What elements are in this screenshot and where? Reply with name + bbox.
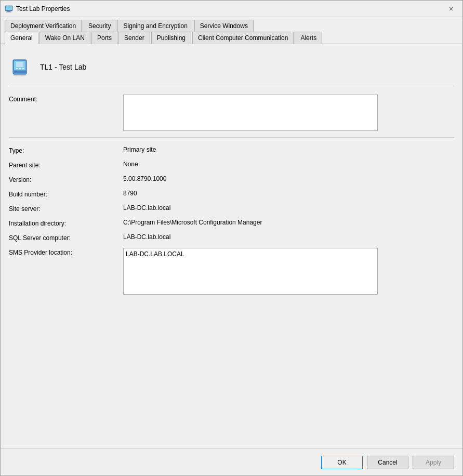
tab-service-windows[interactable]: Service Windows: [194, 20, 254, 32]
sql-server-label: SQL Server computer:: [9, 233, 123, 242]
type-row: Type: Primary site: [9, 146, 454, 154]
site-server-value: LAB-DC.lab.local: [123, 204, 170, 211]
sms-provider-label: SMS Provider location:: [9, 248, 123, 256]
svg-rect-9: [19, 68, 21, 69]
svg-rect-10: [22, 68, 24, 69]
svg-rect-7: [16, 62, 23, 67]
install-dir-value: C:\Program Files\Microsoft Configuration…: [123, 219, 262, 226]
dialog-window: Test Lab Properties × Deployment Verific…: [0, 0, 463, 476]
sql-server-row: SQL Server computer: LAB-DC.lab.local: [9, 233, 454, 242]
tab-content-general: TL1 - Test Lab Comment: Type: Primary si…: [1, 44, 462, 448]
tab-deployment-verification[interactable]: Deployment Verification: [5, 20, 82, 32]
install-dir-label: Installation directory:: [9, 219, 123, 227]
sql-server-value: LAB-DC.lab.local: [123, 233, 170, 241]
tab-signing-encryption[interactable]: Signing and Encryption: [117, 20, 193, 32]
type-value: Primary site: [123, 146, 156, 153]
tabs-row1: Deployment Verification Security Signing…: [1, 17, 462, 31]
parent-site-value: None: [123, 161, 138, 168]
version-row: Version: 5.00.8790.1000: [9, 175, 454, 183]
apply-button[interactable]: Apply: [413, 456, 454, 469]
close-button[interactable]: ×: [444, 3, 458, 15]
window-title: Test Lab Properties: [16, 5, 70, 12]
type-label: Type:: [9, 146, 123, 154]
tab-general[interactable]: General: [5, 32, 38, 44]
tab-ports[interactable]: Ports: [91, 32, 117, 44]
svg-rect-6: [14, 71, 25, 73]
tab-sender[interactable]: Sender: [118, 32, 150, 44]
svg-rect-3: [6, 11, 11, 12]
svg-rect-2: [7, 11, 10, 12]
cancel-button[interactable]: Cancel: [367, 456, 408, 469]
inner-content: TL1 - Test Lab Comment: Type: Primary si…: [1, 44, 462, 448]
svg-rect-1: [6, 6, 12, 10]
comment-label: Comment:: [9, 95, 123, 103]
tab-wake-on-lan[interactable]: Wake On LAN: [39, 32, 90, 44]
svg-point-11: [13, 74, 27, 76]
site-server-row: Site server: LAB-DC.lab.local: [9, 204, 454, 213]
tab-client-computer-communication[interactable]: Client Computer Communication: [192, 32, 294, 44]
install-dir-row: Installation directory: C:\Program Files…: [9, 219, 454, 227]
version-label: Version:: [9, 175, 123, 183]
title-bar-left: Test Lab Properties: [5, 5, 70, 13]
version-value: 5.00.8790.1000: [123, 175, 166, 182]
comment-row: Comment:: [9, 95, 454, 131]
svg-rect-8: [16, 68, 18, 69]
title-bar: Test Lab Properties ×: [1, 1, 462, 17]
footer: OK Cancel Apply: [1, 448, 462, 475]
parent-site-row: Parent site: None: [9, 161, 454, 169]
divider: [9, 137, 454, 138]
build-number-row: Build number: 8790: [9, 190, 454, 198]
window-icon: [5, 5, 13, 13]
sms-provider-row: SMS Provider location: LAB-DC.LAB.LOCAL: [9, 248, 454, 295]
tab-security[interactable]: Security: [83, 20, 116, 32]
site-header: TL1 - Test Lab: [9, 50, 454, 86]
site-name: TL1 - Test Lab: [40, 63, 86, 71]
site-icon: [9, 55, 34, 80]
comment-input[interactable]: [123, 95, 378, 131]
build-number-label: Build number:: [9, 190, 123, 198]
parent-site-label: Parent site:: [9, 161, 123, 169]
sms-provider-value: LAB-DC.LAB.LOCAL: [123, 248, 378, 295]
site-server-label: Site server:: [9, 204, 123, 213]
tabs-row2: General Wake On LAN Ports Sender Publish…: [1, 31, 462, 44]
tab-publishing[interactable]: Publishing: [151, 32, 191, 44]
build-number-value: 8790: [123, 190, 137, 197]
ok-button[interactable]: OK: [321, 456, 363, 469]
tab-alerts[interactable]: Alerts: [295, 32, 322, 44]
